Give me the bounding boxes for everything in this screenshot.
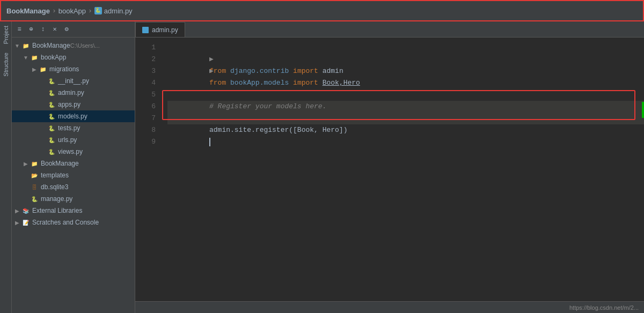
tree-bookapp[interactable]: ▼ 📁 bookApp bbox=[12, 51, 135, 63]
models-arrow bbox=[40, 113, 46, 120]
green-scroll-indicator bbox=[642, 102, 644, 118]
manage-icon: 🐍 bbox=[30, 195, 39, 203]
code-editor[interactable]: 1 2 3 4 5 6 7 8 9 ▶ from django.contrib … bbox=[135, 38, 644, 301]
toolbar-icon-5[interactable]: ⚙ bbox=[62, 25, 71, 34]
fold-1: ▶ bbox=[209, 54, 220, 65]
tree-root[interactable]: ▼ 📁 BookManage C:\Users\... bbox=[12, 40, 135, 51]
line-numbers: 1 2 3 4 5 6 7 8 9 bbox=[135, 38, 162, 301]
file-tree: ▼ 📁 BookManage C:\Users\... ▼ 📁 bookApp … bbox=[12, 38, 135, 313]
bookmanage2-arrow: ▶ bbox=[23, 160, 29, 167]
ln-6: 6 bbox=[135, 101, 162, 113]
project-tab[interactable]: Project bbox=[1, 21, 11, 48]
urls-label: urls.py bbox=[58, 136, 77, 144]
ln-7: 7 bbox=[135, 113, 162, 124]
sqlite-label: db.sqlite3 bbox=[41, 183, 68, 191]
code-line-2: ▶ from bookApp.models import Book,Hero bbox=[167, 54, 644, 65]
tree-views[interactable]: 🐍 views.py bbox=[12, 146, 135, 158]
root-arrow: ▼ bbox=[14, 42, 20, 49]
apps-label: apps.py bbox=[58, 101, 80, 108]
root-folder-icon: 📁 bbox=[21, 41, 30, 50]
tests-arrow bbox=[40, 125, 46, 131]
tab-admin-py[interactable]: admin.py bbox=[135, 22, 185, 37]
toolbar-icon-3[interactable]: ↕ bbox=[39, 25, 47, 34]
code-line-5 bbox=[167, 89, 644, 101]
extlibs-arrow: ▶ bbox=[14, 207, 20, 214]
code-line-9 bbox=[167, 136, 644, 148]
tab-py-icon bbox=[142, 27, 149, 33]
bookapp-arrow: ▼ bbox=[23, 54, 29, 61]
extlibs-icon: 📚 bbox=[21, 206, 30, 215]
breadcrumb-sep-2: › bbox=[88, 7, 92, 15]
tree-scratches[interactable]: ▶ 📝 Scratches and Console bbox=[12, 217, 135, 228]
kw-from-2: from bbox=[209, 79, 226, 87]
tree-bookmanage2[interactable]: ▶ 📁 BookManage bbox=[12, 158, 135, 169]
code-content[interactable]: ▶ from django.contrib import admin ▶ fro… bbox=[162, 38, 644, 301]
views-label: views.py bbox=[58, 148, 83, 155]
ln-8: 8 bbox=[135, 124, 162, 136]
migrations-label: migrations bbox=[49, 65, 79, 73]
kw-import-2: import bbox=[293, 79, 318, 87]
breadcrumb-root[interactable]: BookManage bbox=[6, 7, 50, 15]
import-names: Book,Hero bbox=[323, 79, 360, 87]
migrations-folder-icon: 📁 bbox=[39, 65, 47, 73]
toolbar-icon-4[interactable]: ✕ bbox=[50, 25, 59, 34]
init-arrow bbox=[40, 78, 46, 84]
manage-arrow bbox=[23, 196, 29, 202]
sqlite-icon: 🗄 bbox=[30, 183, 39, 191]
tab-label: admin.py bbox=[152, 26, 178, 34]
tree-manage[interactable]: 🐍 manage.py bbox=[12, 193, 135, 205]
ln-9: 9 bbox=[135, 136, 162, 148]
toolbar-icon-2[interactable]: ⊕ bbox=[27, 25, 35, 34]
urls-icon: 🐍 bbox=[47, 136, 56, 144]
scratches-label: Scratches and Console bbox=[32, 219, 99, 226]
urls-arrow bbox=[40, 137, 46, 143]
tree-admin[interactable]: 🐍 admin.py bbox=[12, 87, 135, 99]
tests-icon: 🐍 bbox=[47, 124, 56, 132]
extlibs-label: External Libraries bbox=[32, 207, 82, 214]
root-path: C:\Users\... bbox=[70, 42, 100, 49]
tree-ext-libs[interactable]: ▶ 📚 External Libraries bbox=[12, 205, 135, 217]
structure-tab[interactable]: Structure bbox=[1, 48, 11, 81]
migrations-arrow: ▶ bbox=[31, 66, 38, 72]
breadcrumb-middle[interactable]: bookApp bbox=[58, 7, 86, 15]
bookapp-label: bookApp bbox=[41, 54, 66, 61]
toolbar-icon-1[interactable]: ≡ bbox=[15, 25, 24, 34]
breadcrumb-sep-1: › bbox=[52, 7, 56, 15]
ln-1: 1 bbox=[135, 42, 162, 54]
kw-import-1: import bbox=[293, 67, 318, 75]
models-icon: 🐍 bbox=[47, 112, 56, 121]
templates-folder-icon: 📂 bbox=[30, 171, 39, 180]
manage-label: manage.py bbox=[41, 195, 72, 203]
tree-migrations[interactable]: ▶ 📁 migrations bbox=[12, 63, 135, 75]
breadcrumb-bar: BookManage › bookApp › 🐍 admin.py bbox=[0, 0, 644, 21]
scratches-arrow: ▶ bbox=[14, 219, 20, 226]
mod-bookapp: bookApp.models bbox=[230, 79, 289, 87]
ln-2: 2 bbox=[135, 54, 162, 65]
init-label: __init__.py bbox=[58, 77, 89, 85]
tree-models[interactable]: 🐍 models.py bbox=[12, 110, 135, 122]
code-line-1: ▶ from django.contrib import admin bbox=[167, 42, 644, 54]
sqlite-arrow bbox=[23, 184, 29, 190]
tree-init[interactable]: 🐍 __init__.py bbox=[12, 75, 135, 87]
main-layout: Project Structure ≡ ⊕ ↕ ✕ ⚙ ▼ 📁 BookMana… bbox=[0, 21, 644, 313]
file-tree-toolbar: ≡ ⊕ ↕ ✕ ⚙ bbox=[12, 21, 135, 38]
tree-urls[interactable]: 🐍 urls.py bbox=[12, 134, 135, 146]
ln-4: 4 bbox=[135, 77, 162, 89]
editor-tabs: admin.py bbox=[135, 21, 644, 38]
breadcrumb-current[interactable]: admin.py bbox=[104, 7, 133, 15]
templates-label: templates bbox=[41, 172, 69, 179]
comment-line: # Register your models here. bbox=[209, 102, 326, 110]
tree-sqlite[interactable]: 🗄 db.sqlite3 bbox=[12, 181, 135, 193]
mod-django: django.contrib bbox=[230, 67, 289, 75]
text-cursor bbox=[209, 138, 210, 146]
tree-apps[interactable]: 🐍 apps.py bbox=[12, 99, 135, 110]
scratches-icon: 📝 bbox=[21, 218, 30, 227]
models-label: models.py bbox=[58, 113, 87, 120]
tree-tests[interactable]: 🐍 tests.py bbox=[12, 122, 135, 134]
file-tree-panel: ≡ ⊕ ↕ ✕ ⚙ ▼ 📁 BookManage C:\Users\... ▼ … bbox=[12, 21, 135, 313]
register-call: admin.site.register([Book, Hero]) bbox=[209, 126, 347, 134]
bookapp-folder-icon: 📁 bbox=[30, 53, 39, 62]
templates-arrow bbox=[23, 172, 29, 178]
bookmanage2-folder-icon: 📁 bbox=[30, 159, 39, 168]
tree-templates[interactable]: 📂 templates bbox=[12, 169, 135, 181]
